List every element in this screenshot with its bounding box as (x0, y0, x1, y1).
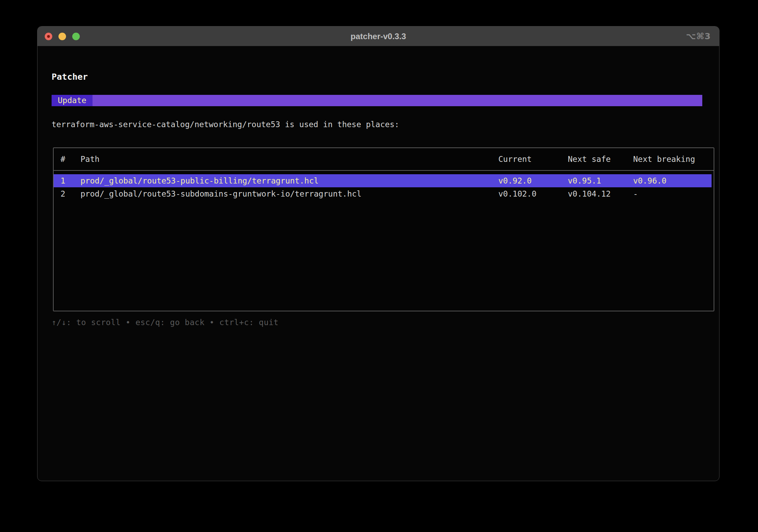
column-header-num: # (54, 155, 80, 164)
table-header-row: # Path Current Next safe Next breaking (54, 148, 714, 171)
row-num: 1 (54, 176, 80, 185)
row-next-safe-version: v0.95.1 (568, 176, 633, 185)
row-num: 2 (54, 189, 80, 198)
app-heading: Patcher (52, 72, 88, 82)
fullscreen-button[interactable] (72, 33, 80, 40)
column-header-current: Current (498, 155, 568, 164)
terminal-window: patcher-v0.3.3 ⌥⌘3 Patcher Update terraf… (37, 26, 719, 481)
table-row[interactable]: 2 prod/_global/route53-subdomains-gruntw… (54, 187, 714, 200)
column-header-next-safe: Next safe (568, 155, 633, 164)
row-next-breaking-version: v0.96.0 (633, 176, 712, 185)
row-current-version: v0.92.0 (498, 176, 568, 185)
table-row-selected[interactable]: 1 prod/_global/route53-public-billing/te… (54, 174, 712, 187)
tab-update[interactable]: Update (52, 95, 93, 106)
titlebar[interactable]: patcher-v0.3.3 ⌥⌘3 (37, 26, 719, 46)
usage-description: terraform-aws-service-catalog/networking… (52, 119, 399, 130)
row-next-breaking-version: - (633, 189, 714, 198)
row-path: prod/_global/route53-public-billing/terr… (80, 176, 498, 185)
column-header-path: Path (80, 155, 498, 164)
close-button[interactable] (45, 33, 52, 40)
row-path: prod/_global/route53-subdomains-gruntwor… (80, 189, 498, 198)
table-body: 1 prod/_global/route53-public-billing/te… (54, 171, 714, 200)
window-controls (37, 33, 80, 40)
minimize-button[interactable] (58, 33, 66, 40)
row-next-safe-version: v0.104.12 (568, 189, 633, 198)
row-current-version: v0.102.0 (498, 189, 568, 198)
column-header-next-breaking: Next breaking (633, 155, 714, 164)
keyboard-help-bar: ↑/↓: to scroll • esc/q: go back • ctrl+c… (52, 317, 279, 328)
window-title: patcher-v0.3.3 (37, 32, 719, 41)
unsaved-changes-dot (47, 35, 50, 38)
tab-bar: Update (52, 95, 702, 106)
usage-table: # Path Current Next safe Next breaking 1… (53, 147, 714, 311)
window-shortcut-badge: ⌥⌘3 (686, 26, 711, 46)
